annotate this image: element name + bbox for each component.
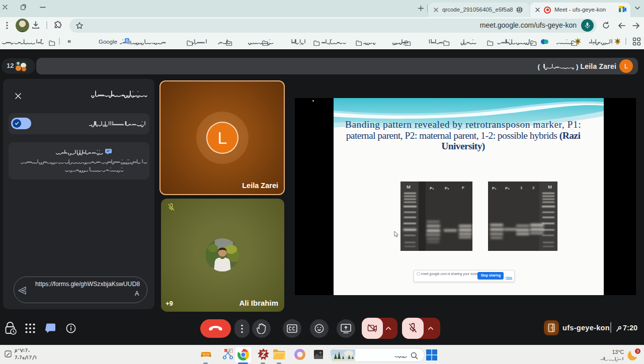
svg-text:2: 2 xyxy=(532,186,535,190)
svg-text:1: 1 xyxy=(520,186,523,190)
svg-text:P₁: P₁ xyxy=(430,186,434,191)
svg-text:M: M xyxy=(548,184,552,190)
svg-text:M: M xyxy=(407,184,411,190)
svg-text:P₂: P₂ xyxy=(445,186,449,191)
svg-text:F: F xyxy=(462,186,464,190)
svg-text:P₂: P₂ xyxy=(505,186,510,191)
svg-text:P₁: P₁ xyxy=(492,186,497,191)
